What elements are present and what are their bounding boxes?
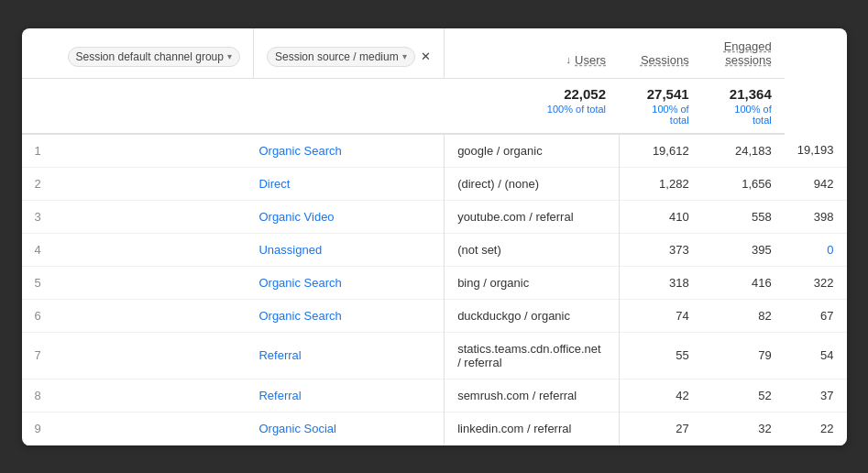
row-dim1[interactable]: Organic Search	[253, 134, 444, 168]
row-dim1[interactable]: Organic Search	[253, 299, 444, 332]
row-index: 7	[22, 332, 254, 379]
totals-engaged-cell: 21,364 100% of total	[702, 78, 785, 134]
row-sessions: 82	[702, 299, 785, 332]
row-sessions: 24,183	[702, 134, 785, 168]
row-sessions: 32	[702, 412, 785, 445]
row-index: 8	[22, 379, 254, 412]
analytics-table-card: Session default channel group ▾ Session …	[22, 28, 847, 446]
col-header-users: ↓ Users	[445, 28, 619, 79]
row-index: 6	[22, 299, 254, 332]
table-row: 9 Organic Social linkedin.com / referral…	[22, 412, 847, 445]
row-engaged: 398	[785, 200, 847, 233]
totals-empty-cell	[22, 78, 445, 134]
row-index: 5	[22, 266, 254, 299]
header-row: Session default channel group ▾ Session …	[22, 28, 847, 79]
row-dim2: duckduckgo / organic	[445, 299, 619, 332]
engaged-header-label: Engagedsessions	[724, 39, 772, 67]
row-dim1[interactable]: Referral	[253, 379, 444, 412]
row-sessions: 558	[702, 200, 785, 233]
dim2-filter-chip[interactable]: Session source / medium ▾	[267, 47, 415, 67]
row-users: 318	[619, 266, 702, 299]
table-row: 4 Unassigned (not set) 373 395 0	[22, 233, 847, 266]
col-header-dim1: Session default channel group ▾	[22, 28, 254, 79]
row-dim1[interactable]: Unassigned	[253, 233, 444, 266]
dim1-header-label: Session default channel group	[76, 50, 224, 63]
dim2-close-icon[interactable]: ✕	[421, 50, 431, 63]
row-dim1[interactable]: Direct	[253, 167, 444, 200]
row-dim2: bing / organic	[445, 266, 619, 299]
row-users: 74	[619, 299, 702, 332]
row-users: 42	[619, 379, 702, 412]
col-header-sessions: Sessions	[619, 28, 702, 79]
totals-sessions-pct: 100% of total	[632, 104, 689, 126]
totals-row: 22,052 100% of total 27,541 100% of tota…	[22, 78, 847, 134]
table-container: Session default channel group ▾ Session …	[22, 28, 847, 446]
row-dim2: (not set)	[445, 233, 619, 266]
users-header-label: Users	[575, 53, 606, 67]
row-engaged: 19,193	[785, 134, 847, 168]
table-row: 5 Organic Search bing / organic 318 416 …	[22, 266, 847, 299]
totals-sessions-wrapper: 27,541 100% of total	[632, 86, 689, 126]
row-engaged: 54	[785, 332, 847, 379]
dim2-header-label: Session source / medium	[275, 50, 399, 63]
sessions-header-label: Sessions	[641, 53, 689, 67]
dim1-filter-chip[interactable]: Session default channel group ▾	[68, 47, 240, 67]
engaged-header-wrapper: Engagedsessions	[715, 39, 772, 67]
row-index: 1	[22, 134, 254, 168]
data-table: Session default channel group ▾ Session …	[22, 28, 847, 446]
chevron-down-icon-2: ▾	[402, 51, 407, 61]
row-dim2: semrush.com / referral	[445, 379, 619, 412]
row-dim2: statics.teams.cdn.office.net / referral	[445, 332, 619, 379]
row-engaged: 67	[785, 299, 847, 332]
row-dim2: linkedin.com / referral	[445, 412, 619, 445]
row-index: 9	[22, 412, 254, 445]
sort-down-icon: ↓	[566, 54, 572, 65]
totals-users-cell: 22,052 100% of total	[445, 78, 619, 134]
row-users: 373	[619, 233, 702, 266]
row-engaged: 942	[785, 167, 847, 200]
row-engaged: 0	[785, 233, 847, 266]
row-dim1[interactable]: Organic Social	[253, 412, 444, 445]
table-row: 2 Direct (direct) / (none) 1,282 1,656 9…	[22, 167, 847, 200]
row-dim2: (direct) / (none)	[445, 167, 619, 200]
row-sessions: 52	[702, 379, 785, 412]
row-dim2: google / organic	[445, 134, 619, 168]
row-index: 2	[22, 167, 254, 200]
row-users: 1,282	[619, 167, 702, 200]
totals-users-value: 22,052	[564, 86, 606, 102]
table-row: 1 Organic Search google / organic 19,612…	[22, 134, 847, 168]
row-dim1[interactable]: Referral	[253, 332, 444, 379]
row-users: 19,612	[619, 134, 702, 168]
col-header-engaged: Engagedsessions	[702, 28, 785, 79]
table-row: 6 Organic Search duckduckgo / organic 74…	[22, 299, 847, 332]
table-row: 8 Referral semrush.com / referral 42 52 …	[22, 379, 847, 412]
users-header-wrapper: ↓ Users	[457, 53, 606, 67]
row-engaged: 22	[785, 412, 847, 445]
row-users: 27	[619, 412, 702, 445]
totals-sessions-value: 27,541	[647, 86, 689, 102]
sessions-header-wrapper: Sessions	[632, 53, 689, 67]
row-sessions: 416	[702, 266, 785, 299]
row-engaged: 37	[785, 379, 847, 412]
row-users: 410	[619, 200, 702, 233]
row-sessions: 79	[702, 332, 785, 379]
chevron-down-icon: ▾	[227, 51, 232, 61]
totals-sessions-cell: 27,541 100% of total	[619, 78, 702, 134]
totals-users-wrapper: 22,052 100% of total	[457, 86, 606, 115]
row-dim1[interactable]: Organic Search	[253, 266, 444, 299]
totals-engaged-wrapper: 21,364 100% of total	[715, 86, 772, 126]
col-header-dim2: Session source / medium ▾ ✕	[253, 28, 444, 79]
row-sessions: 1,656	[702, 167, 785, 200]
row-sessions: 395	[702, 233, 785, 266]
totals-engaged-pct: 100% of total	[715, 104, 772, 126]
row-index: 3	[22, 200, 254, 233]
row-users: 55	[619, 332, 702, 379]
row-dim1[interactable]: Organic Video	[253, 200, 444, 233]
totals-users-pct: 100% of total	[547, 104, 606, 115]
row-dim2: youtube.com / referral	[445, 200, 619, 233]
dim2-header-wrapper: Session source / medium ▾ ✕	[267, 47, 431, 67]
table-body: 1 Organic Search google / organic 19,612…	[22, 134, 847, 446]
totals-engaged-value: 21,364	[730, 86, 772, 102]
row-index: 4	[22, 233, 254, 266]
row-engaged: 322	[785, 266, 847, 299]
